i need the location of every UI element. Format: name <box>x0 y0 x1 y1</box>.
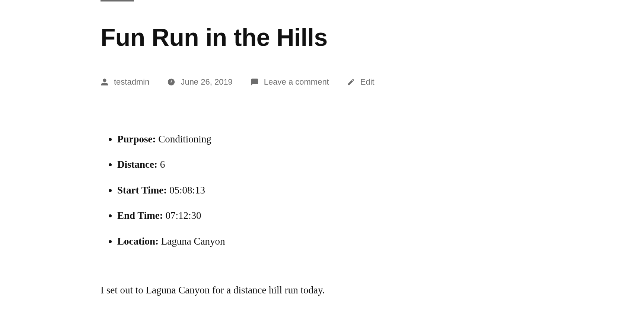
detail-value: 6 <box>160 159 165 170</box>
detail-label: Distance: <box>117 159 157 170</box>
post-title: Fun Run in the Hills <box>101 24 543 51</box>
details-list: Purpose: Conditioning Distance: 6 Start … <box>101 132 543 249</box>
detail-label: End Time: <box>117 210 163 221</box>
detail-value: Conditioning <box>158 133 211 145</box>
list-item: Start Time: 05:08:13 <box>117 183 543 198</box>
detail-value: Laguna Canyon <box>161 236 225 247</box>
list-item: Distance: 6 <box>117 157 543 172</box>
comment-meta: Leave a comment <box>251 77 329 87</box>
clock-icon <box>167 78 175 86</box>
detail-label: Start Time: <box>117 185 167 196</box>
detail-value: 05:08:13 <box>169 185 205 196</box>
accent-bar <box>101 0 134 1</box>
list-item: End Time: 07:12:30 <box>117 208 543 223</box>
detail-label: Location: <box>117 236 159 247</box>
detail-value: 07:12:30 <box>166 210 201 221</box>
author-meta: testadmin <box>101 77 149 87</box>
date-link[interactable]: June 26, 2019 <box>181 77 232 87</box>
date-meta: June 26, 2019 <box>167 77 232 87</box>
leave-comment-link[interactable]: Leave a comment <box>264 77 329 87</box>
body-paragraph: I set out to Laguna Canyon for a distanc… <box>101 282 543 298</box>
list-item: Location: Laguna Canyon <box>117 234 543 249</box>
person-icon <box>101 78 109 86</box>
pencil-icon <box>347 78 355 86</box>
list-item: Purpose: Conditioning <box>117 132 543 147</box>
post-meta: testadmin June 26, 2019 Leave a comment … <box>101 77 543 87</box>
comment-icon <box>251 78 259 86</box>
edit-link[interactable]: Edit <box>360 77 374 87</box>
detail-label: Purpose: <box>117 133 156 145</box>
edit-meta: Edit <box>347 77 374 87</box>
author-link[interactable]: testadmin <box>114 77 149 87</box>
